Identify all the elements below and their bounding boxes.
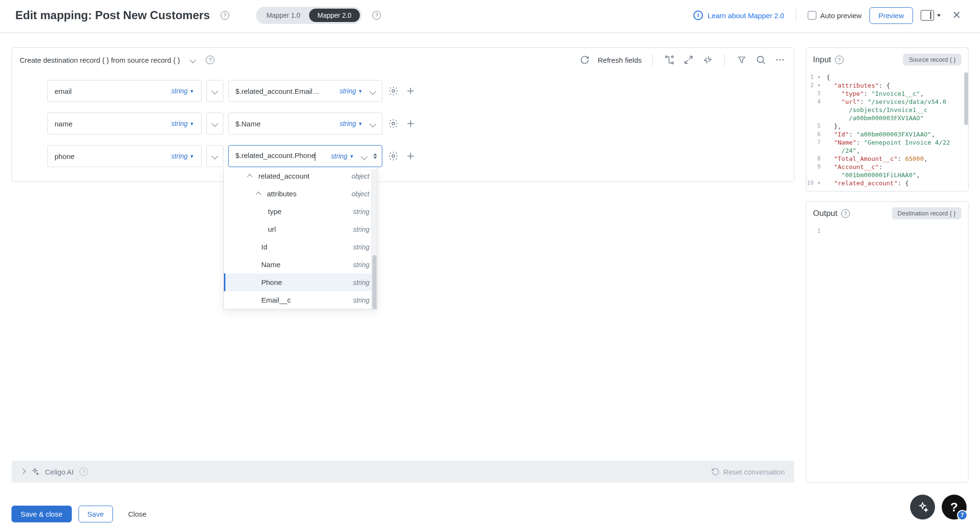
dest-type-selector[interactable]: string▼ xyxy=(171,87,194,95)
svg-point-7 xyxy=(392,90,395,92)
svg-point-6 xyxy=(782,59,784,61)
input-gutter: 1 ▾ 2 ▾ 3 4 5 6 7 8 9 10 ▾ xyxy=(806,73,824,191)
dropdown-item[interactable]: Name string xyxy=(224,256,377,273)
dest-expand-button[interactable] xyxy=(206,113,223,135)
dropdown-item[interactable]: url string xyxy=(224,220,377,238)
svg-point-8 xyxy=(392,122,395,125)
mapping-header-help-icon[interactable]: ? xyxy=(206,56,214,64)
mapper-2-option[interactable]: Mapper 2.0 xyxy=(309,9,360,22)
dropdown-item[interactable]: related_account object xyxy=(224,167,377,185)
filter-icon[interactable] xyxy=(735,54,748,66)
add-row-button[interactable] xyxy=(404,117,417,130)
layout-icon xyxy=(921,10,934,21)
input-code[interactable]: 1 ▾ 2 ▾ 3 4 5 6 7 8 9 10 ▾ { "attributes… xyxy=(806,71,968,191)
output-title: Output xyxy=(813,209,837,218)
output-code[interactable]: 1 xyxy=(806,225,968,306)
ai-help-icon[interactable]: ? xyxy=(79,467,88,476)
dropdown-scrollbar[interactable] xyxy=(371,169,377,307)
svg-point-9 xyxy=(392,155,395,158)
dest-expand-button[interactable] xyxy=(206,145,223,167)
search-icon[interactable] xyxy=(755,54,767,66)
collapse-icon[interactable] xyxy=(702,54,714,66)
dest-field-value: name xyxy=(55,120,167,128)
dest-field[interactable]: email string▼ xyxy=(47,80,201,102)
gear-icon[interactable] xyxy=(387,85,400,97)
sparkle-icon xyxy=(31,467,39,476)
svg-point-2 xyxy=(672,62,674,64)
mapping-header-expand[interactable] xyxy=(187,54,199,66)
code-scrollbar[interactable] xyxy=(964,72,968,125)
dest-field-value: email xyxy=(55,87,167,95)
gear-icon[interactable] xyxy=(387,150,400,162)
ai-bar-label: Celigo AI xyxy=(45,468,74,476)
src-field-value: $.Name xyxy=(235,120,337,128)
src-field[interactable]: $.related_account.Phone string▼ xyxy=(228,145,382,167)
mapper-version-toggle: Mapper 1.0 Mapper 2.0 xyxy=(256,7,362,24)
src-dropdown-toggle[interactable] xyxy=(368,87,378,95)
close-icon[interactable]: ✕ xyxy=(948,7,965,23)
preview-button[interactable]: Preview xyxy=(869,7,913,24)
input-title: Input xyxy=(813,55,831,65)
input-code-body: { "attributes": { "type": "Invoice1__c",… xyxy=(826,73,968,187)
dest-type-selector[interactable]: string▼ xyxy=(171,152,194,160)
dropdown-item[interactable]: attributes object xyxy=(224,185,377,203)
gear-icon[interactable] xyxy=(387,117,400,130)
output-badge: Destination record { } xyxy=(892,207,961,219)
add-row-button[interactable] xyxy=(404,150,417,162)
src-type-selector[interactable]: string▼ xyxy=(331,152,354,160)
mapping-row: email string▼ $.related_account.Email… s… xyxy=(47,80,784,102)
dropdown-item[interactable]: type string xyxy=(224,203,377,220)
dropdown-item[interactable]: Id string xyxy=(224,238,377,256)
svg-point-3 xyxy=(757,56,764,63)
mapping-card: Create destination record { } from sourc… xyxy=(11,47,794,182)
auto-preview-label: Auto preview xyxy=(820,11,862,20)
output-gutter: 1 xyxy=(806,227,824,306)
more-icon[interactable] xyxy=(774,54,786,66)
auto-preview-checkbox[interactable] xyxy=(808,11,816,20)
spinner-control[interactable] xyxy=(372,153,378,159)
svg-point-0 xyxy=(666,56,668,58)
dest-expand-button[interactable] xyxy=(206,80,223,102)
output-help-icon[interactable]: ? xyxy=(841,209,850,218)
dest-field-value: phone xyxy=(55,152,167,160)
learn-link[interactable]: Learn about Mapper 2.0 xyxy=(708,11,784,20)
divider xyxy=(724,54,725,66)
auto-preview-toggle[interactable]: Auto preview xyxy=(808,11,862,20)
dropdown-item[interactable]: Phone string xyxy=(224,273,377,291)
chevron-up-icon xyxy=(247,174,252,179)
mapping-header-label: Create destination record { } from sourc… xyxy=(20,56,180,64)
reset-conversation-button[interactable]: Reset conversation xyxy=(711,467,785,476)
refresh-label[interactable]: Refresh fields xyxy=(598,56,642,64)
dest-type-selector[interactable]: string▼ xyxy=(171,120,194,127)
divider xyxy=(796,9,796,22)
src-type-selector[interactable]: string▼ xyxy=(340,120,363,127)
src-field[interactable]: $.related_account.Email… string▼ xyxy=(228,80,382,102)
src-suggestions-dropdown: related_account object attributes object… xyxy=(223,167,378,309)
output-panel: Output ? Destination record { } 1 xyxy=(806,201,969,483)
add-row-button[interactable] xyxy=(404,85,417,97)
input-badge: Source record { } xyxy=(903,54,961,66)
layout-switcher[interactable] xyxy=(921,10,941,21)
src-type-selector[interactable]: string▼ xyxy=(340,87,363,95)
chevron-right-icon[interactable] xyxy=(20,468,25,474)
divider xyxy=(652,54,653,66)
dest-field[interactable]: phone string▼ xyxy=(47,145,201,167)
mapper-help-icon[interactable]: ? xyxy=(372,11,381,20)
dropdown-item[interactable]: Email__c string xyxy=(224,291,377,309)
mapper-1-option[interactable]: Mapper 1.0 xyxy=(258,9,309,22)
src-field[interactable]: $.Name string▼ xyxy=(228,113,382,135)
text-cursor xyxy=(315,152,315,161)
src-dropdown-toggle[interactable] xyxy=(359,152,369,160)
svg-point-5 xyxy=(780,59,781,61)
expand-icon[interactable] xyxy=(682,54,695,66)
mapping-row: name string▼ $.Name string▼ xyxy=(47,113,784,135)
chevron-down-icon xyxy=(937,14,941,17)
input-panel: Input ? Source record { } 1 ▾ 2 ▾ 3 4 5 … xyxy=(806,47,969,192)
input-help-icon[interactable]: ? xyxy=(835,56,844,64)
src-dropdown-toggle[interactable] xyxy=(368,120,378,128)
refresh-icon[interactable] xyxy=(579,54,591,66)
dest-field[interactable]: name string▼ xyxy=(47,113,201,135)
src-field-value: $.related_account.Email… xyxy=(235,87,337,95)
title-help-icon[interactable]: ? xyxy=(221,11,229,20)
tree-icon[interactable] xyxy=(663,54,676,66)
